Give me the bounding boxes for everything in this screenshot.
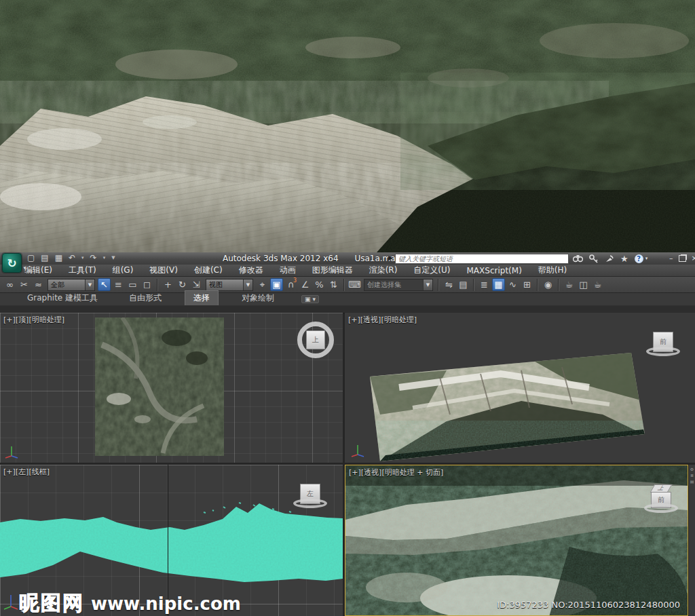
file-name: Usa1a.max: [354, 254, 400, 263]
application-menu-button[interactable]: ↻▾: [2, 253, 22, 273]
gear-icon: ⚙: [690, 467, 694, 471]
menu-maxscript[interactable]: MAXScript(M): [467, 266, 522, 275]
menu-bar: 编辑(E) 工具(T) 组(G) 视图(V) 创建(C) 修改器 动画 图形编辑…: [0, 265, 695, 277]
help-icon[interactable]: ?: [635, 254, 643, 263]
selection-filter-dropdown[interactable]: 全部 ▼: [48, 279, 95, 291]
help-dropdown-icon[interactable]: ▾: [645, 256, 648, 261]
viewcube-section[interactable]: 上 前: [650, 484, 673, 512]
viewport-section-label[interactable]: [+][透视][明暗处理 + 切面]: [349, 467, 443, 478]
viewport-top[interactable]: [+][顶][明暗处理] 上: [0, 313, 343, 463]
tab-selection[interactable]: 选择: [185, 290, 219, 305]
viewcube-ring[interactable]: [293, 499, 327, 508]
viewport-top-label[interactable]: [+][顶][明暗处理]: [3, 315, 64, 325]
workspace-dropdown-icon[interactable]: ▼: [111, 255, 115, 261]
save-file-icon[interactable]: ▦: [55, 253, 62, 263]
panel-icon: ▤: [690, 480, 694, 484]
selection-filter-value: 全部: [51, 280, 64, 290]
reference-coordinate-system-dropdown[interactable]: 视图 ▼: [206, 279, 253, 291]
select-and-scale-icon[interactable]: ⇲: [190, 278, 203, 291]
menu-help[interactable]: 帮助(H): [538, 265, 567, 276]
viewcube-perspective[interactable]: 前: [652, 328, 675, 355]
collapsed-command-panel[interactable]: ⚙ ≣ ▤: [688, 465, 695, 616]
named-selection-sets-dropdown[interactable]: 创建选择集 ▼: [364, 279, 433, 291]
tab-freeform[interactable]: 自由形式: [121, 291, 170, 305]
window-crossing-icon[interactable]: ◻: [140, 278, 153, 291]
unlink-selection-icon[interactable]: ✂: [18, 278, 31, 291]
ribbon-minimize-button[interactable]: ▣ ▾: [301, 295, 319, 303]
viewcube-ring[interactable]: [646, 347, 680, 356]
viewcube-face-label[interactable]: 上: [306, 330, 325, 349]
menu-graph-editors[interactable]: 图形编辑器: [312, 265, 353, 276]
use-pivot-point-center-icon[interactable]: ⌖: [256, 278, 269, 291]
communication-center-icon[interactable]: [605, 254, 614, 263]
select-and-rotate-icon[interactable]: ↻: [176, 278, 189, 291]
select-and-manipulate-icon[interactable]: ▣: [270, 278, 283, 291]
chevron-down-icon: ▼: [85, 280, 94, 290]
infocenter-search-input[interactable]: [395, 254, 569, 264]
keyboard-shortcut-override-icon[interactable]: ⌨: [348, 278, 361, 291]
menu-views[interactable]: 视图(V): [149, 265, 178, 276]
tab-graphite-modeling[interactable]: Graphite 建模工具: [19, 291, 106, 305]
menu-group[interactable]: 组(G): [113, 265, 134, 276]
menu-tools[interactable]: 工具(T): [69, 265, 96, 276]
redo-dropdown-icon[interactable]: ▾: [103, 255, 106, 261]
graphite-ribbon-toggle-icon[interactable]: ▦: [492, 278, 505, 291]
redo-icon[interactable]: ↷: [90, 253, 97, 263]
menu-rendering[interactable]: 渲染(R): [369, 265, 398, 276]
select-and-move-icon[interactable]: +: [162, 278, 174, 291]
menu-modifiers[interactable]: 修改器: [239, 265, 263, 276]
3dsmax-window: ↻▾ ▢ ▤ ▦ ↶ ▾ ↷ ▾ ▼ Autodesk 3ds Max 2012…: [0, 0, 695, 616]
percent-snap-icon[interactable]: %: [313, 278, 326, 291]
menu-customize[interactable]: 自定义(U): [413, 265, 450, 276]
search-collapse-icon[interactable]: ▶: [388, 254, 393, 261]
binoculars-search-icon[interactable]: [573, 254, 583, 263]
mirror-icon[interactable]: ⇋: [443, 278, 455, 291]
angle-snap-icon[interactable]: ∠: [299, 278, 312, 291]
window-title: Autodesk 3ds Max 2012 x64 Usa1a.max: [223, 254, 400, 263]
select-object-icon[interactable]: ↖: [98, 278, 111, 291]
viewcube-top[interactable]: 上: [297, 322, 334, 358]
curve-editor-icon[interactable]: ∿: [506, 278, 519, 291]
new-file-icon[interactable]: ▢: [27, 253, 35, 263]
menu-create[interactable]: 创建(C): [194, 265, 223, 276]
menu-animation[interactable]: 动画: [280, 265, 296, 276]
toolbar-separator: [558, 279, 559, 291]
select-and-link-icon[interactable]: ∞: [3, 278, 16, 291]
spinner-snap-icon[interactable]: ⇅: [327, 278, 340, 291]
open-file-icon[interactable]: ▤: [41, 253, 48, 263]
undo-icon[interactable]: ↶: [69, 253, 75, 263]
named-sets-value: 创建选择集: [367, 280, 401, 290]
tab-object-paint[interactable]: 对象绘制: [233, 291, 282, 305]
viewport-perspective-label[interactable]: [+][透视][明暗处理]: [348, 315, 417, 325]
rendered-terrain-image: [0, 0, 695, 252]
layer-manager-icon[interactable]: ≣: [478, 278, 491, 291]
undo-dropdown-icon[interactable]: ▾: [81, 255, 84, 261]
align-icon[interactable]: ▤: [457, 278, 470, 291]
select-by-name-icon[interactable]: ≡: [112, 278, 125, 291]
minimize-button[interactable]: –: [669, 254, 673, 263]
quick-access-toolbar: ▢ ▤ ▦ ↶ ▾ ↷ ▾ ▼: [27, 253, 115, 263]
render-production-icon[interactable]: ☕: [591, 278, 604, 291]
toolbar-separator: [438, 279, 439, 291]
viewport-left-label[interactable]: [+][左][线框]: [3, 467, 50, 477]
snap-toggle-icon[interactable]: ∩ 3: [284, 278, 297, 291]
render-setup-icon[interactable]: ☕: [563, 278, 576, 291]
schematic-view-icon[interactable]: ⊞: [521, 278, 533, 291]
close-button[interactable]: ×: [692, 254, 695, 263]
menu-edit[interactable]: 编辑(E): [24, 265, 52, 276]
rendered-frame-window-icon[interactable]: ◫: [577, 278, 590, 291]
infocenter-icons: ★ ? ▾: [573, 252, 647, 265]
rectangular-selection-region-icon[interactable]: ▭: [126, 278, 139, 291]
viewcube-left[interactable]: 左: [299, 480, 322, 507]
favorites-star-icon[interactable]: ★: [620, 254, 628, 264]
bind-to-space-warp-icon[interactable]: ≈: [32, 278, 45, 291]
material-editor-icon[interactable]: ◉: [542, 278, 555, 291]
toolbar-separator: [343, 279, 345, 291]
terrain-top-view: [95, 317, 224, 456]
viewcube-ring[interactable]: [644, 503, 678, 513]
viewport-perspective[interactable]: [+][透视][明暗处理]: [345, 313, 695, 463]
restore-button[interactable]: [679, 255, 686, 262]
key-subscription-icon[interactable]: [589, 254, 599, 263]
viewport-perspective-section[interactable]: [+][透视][明暗处理 + 切面] 上 前: [345, 465, 688, 616]
axis-tripod-icon: [350, 442, 365, 457]
